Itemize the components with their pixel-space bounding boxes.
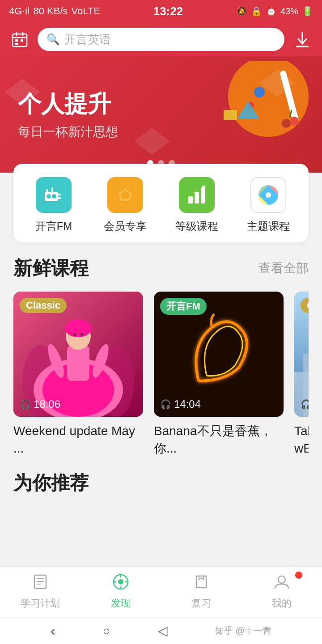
badge-2: 开言FM <box>160 298 207 315</box>
vip-icon <box>107 177 143 213</box>
status-right: 🔕 🔒 ⏰ 43% 🔋 <box>236 6 313 17</box>
back-button[interactable]: ‹ <box>51 623 55 639</box>
search-placeholder: 开言英语 <box>64 32 111 47</box>
fm-icon <box>36 177 72 213</box>
search-bar: 🔍 开言英语 <box>0 22 322 56</box>
level-label: 等级课程 <box>175 219 218 233</box>
nav-review[interactable]: 复习 <box>174 573 228 610</box>
status-bar: 4G·ıl 80 KB/s VoLTE 13:22 🔕 🔒 ⏰ 43% 🔋 <box>0 0 322 22</box>
status-left: 4G·ıl 80 KB/s VoLTE <box>9 5 100 17</box>
svg-marker-21 <box>134 128 170 155</box>
headphone-icon-2: 🎧 <box>160 399 171 410</box>
download-icon[interactable] <box>291 28 314 51</box>
svg-point-48 <box>80 333 84 336</box>
calendar-icon[interactable] <box>8 28 31 51</box>
lock-icon: 🔒 <box>251 6 262 17</box>
for-you-section: 为你推荐 <box>0 462 322 507</box>
battery-icon: 🔋 <box>302 6 313 17</box>
speed-label: 80 KB/s <box>33 5 68 17</box>
course-card-1[interactable]: Classic 🎧 18:06 Weekend update May ... <box>13 292 143 457</box>
for-you-title: 为你推荐 <box>13 470 309 496</box>
svg-rect-4 <box>15 39 18 42</box>
course-title-3: Talkin the wE <box>294 422 309 457</box>
nav-profile[interactable]: 我的 <box>255 573 309 610</box>
study-icon <box>32 573 49 594</box>
review-label: 复习 <box>191 597 211 610</box>
duration-2: 🎧 14:04 <box>160 398 201 411</box>
discover-label: 发现 <box>111 597 131 610</box>
alarm-icon: ⏰ <box>266 6 277 17</box>
review-icon <box>193 573 210 594</box>
svg-point-46 <box>65 319 92 337</box>
profile-label: 我的 <box>272 597 292 610</box>
svg-rect-28 <box>51 187 53 193</box>
profile-badge <box>295 572 302 579</box>
discover-icon <box>112 573 129 594</box>
svg-point-47 <box>73 333 76 336</box>
quick-item-level[interactable]: 等级课程 <box>170 177 224 233</box>
banner-title: 个人提升 <box>18 89 118 120</box>
svg-point-23 <box>47 194 51 199</box>
mute-icon: 🔕 <box>236 6 247 17</box>
svg-rect-44 <box>67 345 89 381</box>
fresh-courses-title: 新鲜课程 <box>13 256 89 281</box>
svg-point-24 <box>52 194 56 199</box>
svg-rect-26 <box>57 197 61 199</box>
bottom-nav: 学习计划 发现 复习 <box>0 567 322 617</box>
recent-button[interactable]: ◁ <box>158 623 168 638</box>
badge-1: Classic <box>20 298 67 313</box>
banner-text: 个人提升 每日一杯新汁思想 <box>18 89 118 140</box>
course-title-1: Weekend update May ... <box>13 422 143 457</box>
quick-menu: 开言FM 会员专享 等级课程 <box>13 164 309 242</box>
theme-icon <box>250 177 286 213</box>
duration-3: 🎧 13:0 <box>301 398 309 411</box>
signal-icon: 4G·ıl <box>9 5 30 17</box>
course-thumb-1: Classic 🎧 18:06 <box>13 292 143 417</box>
quick-item-vip[interactable]: 会员专享 <box>98 177 152 233</box>
theme-label: 主题课程 <box>247 219 290 233</box>
svg-rect-0 <box>13 34 27 47</box>
search-icon: 🔍 <box>47 33 60 46</box>
svg-rect-27 <box>46 189 48 193</box>
course-thumb-2: 开言FM 🎧 14:04 <box>154 292 284 417</box>
svg-rect-25 <box>57 194 61 195</box>
svg-rect-33 <box>195 192 199 203</box>
course-title-2: Banana不只是香蕉，你... <box>154 422 284 457</box>
fresh-courses-more[interactable]: 查看全部 <box>258 260 309 277</box>
status-time: 13:22 <box>153 4 183 18</box>
duration-1: 🎧 18:06 <box>20 398 60 411</box>
quick-item-fm[interactable]: 开言FM <box>27 177 80 233</box>
svg-point-37 <box>266 192 271 198</box>
nav-study[interactable]: 学习计划 <box>13 573 67 610</box>
profile-icon <box>273 573 290 594</box>
course-list: Classic 🎧 18:06 Weekend update May ... <box>13 292 309 457</box>
battery-label: 43% <box>280 6 298 17</box>
headphone-icon-3: 🎧 <box>301 399 309 410</box>
svg-point-62 <box>118 579 123 585</box>
banner[interactable]: 个人提升 每日一杯新汁思想 <box>0 56 322 173</box>
svg-rect-32 <box>188 196 193 203</box>
fm-label: 开言FM <box>35 219 72 233</box>
svg-point-67 <box>278 576 285 583</box>
android-nav: ‹ ○ ◁ 知乎 @十一青 <box>0 617 322 644</box>
svg-rect-6 <box>15 43 18 45</box>
vip-label: 会员专享 <box>104 219 147 233</box>
level-icon <box>179 177 215 213</box>
search-input[interactable]: 🔍 开言英语 <box>38 28 284 51</box>
course-thumb-3: Classic 🎧 13:0 <box>294 292 309 417</box>
nav-discover[interactable]: 发现 <box>94 573 148 610</box>
home-button[interactable]: ○ <box>103 624 110 638</box>
svg-rect-34 <box>201 187 205 203</box>
course-card-2[interactable]: 开言FM 🎧 14:04 Banana不只是香蕉，你... <box>154 292 284 457</box>
watermark: 知乎 @十一青 <box>215 625 271 637</box>
quick-item-theme[interactable]: 主题课程 <box>242 177 295 233</box>
svg-rect-5 <box>21 39 23 42</box>
fresh-courses-header: 新鲜课程 查看全部 <box>13 256 309 281</box>
fresh-courses-section: 新鲜课程 查看全部 <box>0 242 322 462</box>
svg-marker-20 <box>259 70 295 97</box>
banner-subtitle: 每日一杯新汁思想 <box>18 123 118 140</box>
volte-label: VoLTE <box>72 5 100 17</box>
headphone-icon-1: 🎧 <box>20 399 31 410</box>
course-card-3[interactable]: Classic 🎧 13:0 Talkin the wE <box>294 292 309 457</box>
study-label: 学习计划 <box>21 597 60 610</box>
